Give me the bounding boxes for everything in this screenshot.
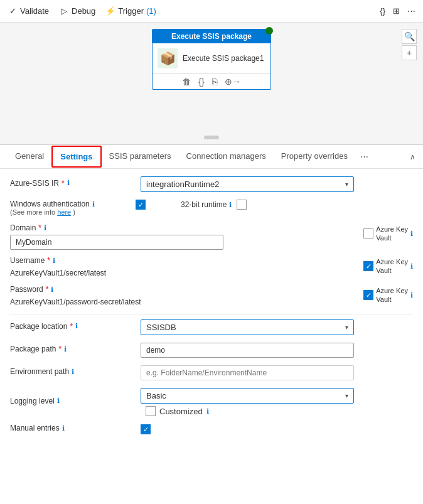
node-header: Execute SSIS package: [153, 29, 270, 43]
node-header-label: Execute SSIS package: [171, 32, 252, 41]
tab-prop-overrides[interactable]: Property overrides: [274, 146, 355, 167]
tab-more-button[interactable]: ⋯: [355, 149, 373, 164]
azure-ssis-ir-info-icon[interactable]: ℹ: [67, 179, 70, 187]
customized-checkbox[interactable]: [146, 406, 156, 416]
zoom-in-button[interactable]: +: [402, 45, 417, 60]
package-path-control-col: [141, 343, 413, 358]
manual-entries-checkbox[interactable]: [141, 424, 151, 434]
password-field-main: Password * ℹ AzureKeyVault1/password-sec…: [10, 285, 358, 308]
windows-auth-sub-label: (See more info here ): [10, 208, 136, 216]
domain-vault-checkbox[interactable]: [363, 228, 373, 239]
monitor-button[interactable]: ⊞: [393, 6, 400, 16]
domain-info-icon[interactable]: ℹ: [44, 224, 46, 232]
azure-ssis-ir-label: Azure-SSIS IR * ℹ: [10, 179, 136, 188]
password-label: Password * ℹ: [10, 285, 358, 294]
validate-label: Validate: [20, 6, 49, 16]
node-delete-icon[interactable]: 🗑: [182, 77, 191, 87]
domain-field-main: Domain * ℹ: [10, 223, 358, 250]
code-view-button[interactable]: {}: [380, 6, 385, 16]
domain-input[interactable]: [10, 235, 223, 250]
windows-auth-label-block: Windows authentication ℹ (See more info …: [10, 200, 136, 216]
validate-icon: ✓: [8, 6, 18, 16]
settings-content: Azure-SSIS IR * ℹ integrationRuntime2 ▾ …: [0, 169, 423, 504]
windows-auth-checkbox[interactable]: [136, 200, 146, 210]
more-button[interactable]: ⋯: [407, 6, 415, 16]
logging-level-row: Logging level ℹ Basic ▾ Customized ℹ: [10, 388, 413, 416]
debug-button[interactable]: ▷ Debug: [59, 6, 95, 16]
username-vault-checkbox[interactable]: [363, 261, 373, 271]
windows-auth-info-icon[interactable]: ℹ: [92, 200, 95, 208]
runtime-32bit-label-text: 32-bit runtime: [181, 200, 227, 209]
azure-ssis-ir-chevron: ▾: [345, 181, 348, 188]
password-vault-info-icon[interactable]: ℹ: [410, 291, 413, 299]
zoom-search-button[interactable]: 🔍: [402, 29, 417, 44]
node-arrow-icon[interactable]: ⊕→: [225, 77, 241, 87]
customized-info-icon[interactable]: ℹ: [206, 407, 209, 416]
logging-level-chevron: ▾: [345, 392, 348, 399]
trigger-icon: ⚡: [105, 6, 115, 16]
password-required-star: *: [46, 285, 49, 294]
username-info-icon[interactable]: ℹ: [53, 257, 55, 265]
manual-entries-info-icon[interactable]: ℹ: [62, 424, 65, 432]
node-body: 📦 Execute SSIS package1: [153, 43, 270, 73]
username-required-star: *: [47, 256, 50, 265]
node-code-icon[interactable]: {}: [198, 77, 204, 87]
toolbar: ✓ Validate ▷ Debug ⚡ Trigger (1) {} ⊞ ⋯: [0, 0, 423, 23]
validate-button[interactable]: ✓ Validate: [8, 6, 49, 16]
domain-label: Domain * ℹ: [10, 223, 358, 232]
tab-settings[interactable]: Settings: [51, 146, 101, 168]
password-vault-checkbox[interactable]: [363, 290, 373, 300]
runtime-32bit-checkbox[interactable]: [237, 200, 247, 210]
package-path-label-text: Package path: [10, 345, 56, 353]
package-location-dropdown[interactable]: SSISDB ▾: [141, 319, 354, 335]
azure-ssis-ir-dropdown[interactable]: integrationRuntime2 ▾: [141, 176, 354, 192]
package-location-required-star: *: [70, 322, 73, 331]
debug-icon: ▷: [59, 6, 69, 16]
pipeline-node[interactable]: Execute SSIS package 📦 Execute SSIS pack…: [152, 29, 271, 90]
environment-path-row: Environment path ℹ: [10, 365, 413, 380]
tab-general[interactable]: General: [8, 146, 51, 167]
azure-ssis-ir-label-col: Azure-SSIS IR * ℹ: [10, 179, 136, 190]
node-copy-icon[interactable]: ⎘: [212, 77, 217, 87]
customized-row: Customized ℹ: [141, 406, 413, 416]
username-vault-label: Azure KeyVault: [376, 257, 408, 276]
runtime-32bit-info-icon[interactable]: ℹ: [229, 201, 232, 209]
package-location-chevron: ▾: [345, 324, 348, 331]
divider-1: [10, 314, 413, 314]
domain-vault-section: Azure KeyVault ℹ: [363, 223, 413, 243]
tab-conn-managers[interactable]: Connection managers: [179, 146, 274, 167]
logging-level-dropdown[interactable]: Basic ▾: [141, 388, 354, 404]
package-path-label-col: Package path * ℹ: [10, 345, 136, 356]
runtime-32bit-group: 32-bit runtime ℹ: [181, 200, 247, 210]
collapse-bar[interactable]: [204, 136, 219, 139]
username-vault-info-icon[interactable]: ℹ: [410, 262, 413, 271]
tab-prop-overrides-label: Property overrides: [281, 151, 348, 161]
logging-level-label-col: Logging level ℹ: [10, 397, 136, 408]
canvas-area: Execute SSIS package 📦 Execute SSIS pack…: [0, 23, 423, 145]
username-vault-section: Azure KeyVault ℹ: [363, 256, 413, 276]
windows-auth-row: Windows authentication ℹ (See more info …: [10, 200, 413, 216]
trigger-button[interactable]: ⚡ Trigger (1): [105, 6, 156, 16]
package-path-input[interactable]: [141, 343, 354, 358]
manual-entries-label-col: Manual entries ℹ: [10, 424, 136, 435]
domain-vault-info-icon[interactable]: ℹ: [410, 230, 413, 238]
password-info-icon[interactable]: ℹ: [51, 286, 53, 294]
tab-collapse-button[interactable]: ∧: [410, 153, 415, 161]
tab-ssis-params[interactable]: SSIS parameters: [102, 146, 179, 167]
environment-path-input[interactable]: [141, 365, 354, 380]
package-location-label: Package location * ℹ: [10, 322, 136, 331]
trigger-count: (1): [146, 6, 156, 16]
tab-ssis-params-label: SSIS parameters: [109, 151, 171, 161]
environment-path-info-icon[interactable]: ℹ: [72, 368, 74, 376]
package-path-info-icon[interactable]: ℹ: [64, 345, 67, 353]
password-label-text: Password: [10, 285, 43, 294]
manual-entries-row: Manual entries ℹ: [10, 424, 413, 435]
windows-auth-here-link[interactable]: here: [57, 208, 71, 216]
logging-level-info-icon[interactable]: ℹ: [57, 397, 60, 405]
tab-panel: General Settings SSIS parameters Connect…: [0, 145, 423, 169]
package-location-info-icon[interactable]: ℹ: [75, 322, 78, 330]
trigger-label: Trigger: [118, 6, 144, 16]
windows-auth-label: Windows authentication ℹ: [10, 200, 136, 208]
more-icon: ⋯: [407, 6, 415, 16]
manual-entries-label: Manual entries ℹ: [10, 424, 136, 432]
